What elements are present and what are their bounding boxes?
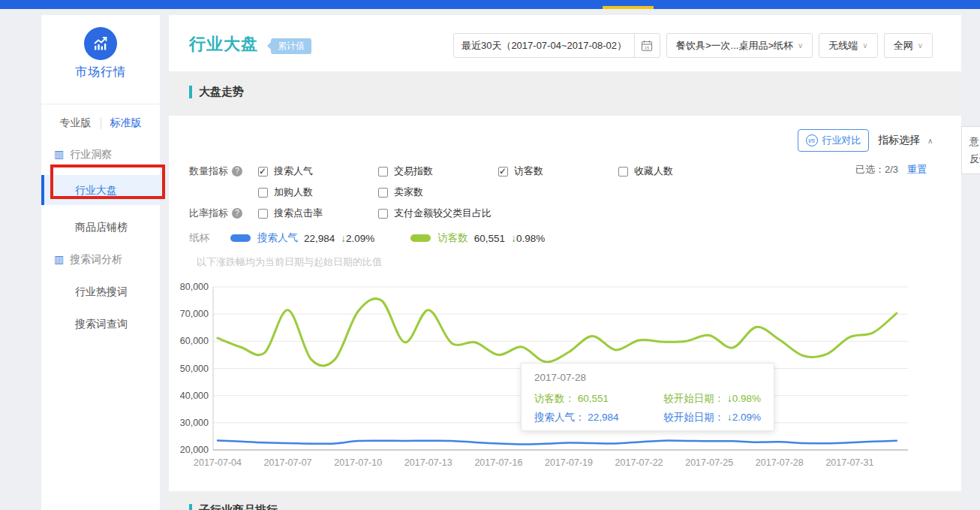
tooltip-row-search: 搜索人气： 22,984 较开始日期： ↓2.09% [534, 408, 761, 427]
section-band: 大盘走势 [169, 71, 961, 116]
top-nav-bar [0, 0, 980, 9]
checkbox-checked[interactable] [498, 167, 508, 177]
legend-swatch [410, 234, 431, 242]
metric-checkbox-item[interactable]: 卖家数 [378, 182, 498, 203]
sidebar-item-label: 行业热搜词 [75, 285, 128, 297]
top-nav-active-indicator [603, 6, 654, 9]
metric-label: 访客数 [514, 164, 543, 178]
scope-select[interactable]: 全网∨ [884, 33, 933, 58]
industry-compare-label: 行业对比 [822, 134, 861, 147]
sidebar-version-tab[interactable]: 标准版 [101, 116, 151, 130]
help-icon[interactable]: ? [232, 208, 242, 219]
quantity-metrics-label: 数量指标 ? [189, 161, 258, 182]
tooltip-row-visitors: 访客数： 60,551 较开始日期： ↓0.98% [534, 389, 761, 408]
metric-select-toggle[interactable]: 指标选择 ∧ [878, 134, 933, 147]
category-select[interactable]: 餐饮具>一次...桌用品>纸杯∨ [666, 33, 813, 58]
section-title: 大盘走势 [189, 85, 244, 99]
metric-select-label: 指标选择 [878, 134, 920, 146]
vs-icon: vs [806, 134, 818, 146]
svg-text:80,000: 80,000 [180, 282, 209, 292]
down-arrow-icon: ↓ [341, 233, 346, 244]
ratio-label-text: 比率指标 [189, 203, 228, 224]
legend-category: 纸杯 [189, 231, 209, 245]
chevron-up-icon: ∧ [927, 137, 933, 145]
page-title: 行业大盘 [189, 33, 258, 56]
sidebar-item-link[interactable]: ▥搜索词分析 [41, 243, 160, 276]
sidebar-item-label: 行业大盘 [75, 184, 117, 196]
svg-text:2017-07-16: 2017-07-16 [474, 457, 522, 468]
metric-label: 卖家数 [394, 186, 423, 199]
sidebar-item-active[interactable]: 行业大盘 [41, 175, 160, 205]
legend-item: 访客数60,551↓0.98% [410, 231, 545, 245]
selected-count-text: 已选：2/3 [855, 164, 898, 175]
checkbox-unchecked[interactable] [258, 209, 268, 219]
svg-text:2017-07-31: 2017-07-31 [825, 457, 873, 468]
sidebar-item-label: 搜索词分析 [70, 253, 122, 265]
checkbox-unchecked[interactable] [378, 188, 388, 198]
sidebar-item-link[interactable]: ▥行业洞察 [41, 138, 160, 171]
section-title-bar [189, 504, 192, 510]
reset-link[interactable]: 重置 [907, 164, 927, 175]
down-arrow-icon: ↓ [727, 412, 732, 423]
metric-label: 收藏人数 [634, 164, 673, 178]
divider [41, 104, 160, 104]
svg-text:2017-07-19: 2017-07-19 [545, 457, 593, 468]
sidebar-item-link[interactable]: 商品店铺榜 [41, 211, 160, 243]
checkbox-checked[interactable] [258, 167, 268, 177]
sidebar-item-label: 商品店铺榜 [75, 221, 128, 233]
metric-checkbox-item[interactable]: 交易指数 [378, 161, 498, 182]
metric-label: 搜索点击率 [274, 207, 323, 220]
metric-checkbox-item[interactable]: 搜索点击率 [258, 203, 378, 224]
checkbox-unchecked[interactable] [618, 167, 628, 177]
down-arrow-icon: ↓ [727, 393, 732, 404]
selected-count: 已选：2/3重置 [855, 163, 927, 177]
checkbox-unchecked[interactable] [378, 167, 388, 177]
metric-picker: 数量指标 ? 搜索人气交易指数访客数收藏人数加购人数卖家数 比率指标 ? 搜索点… [189, 161, 864, 224]
feedback-line1: 意见 [969, 133, 980, 150]
series-line-搜索人气 [218, 440, 897, 444]
svg-text:2017-07-25: 2017-07-25 [685, 457, 733, 468]
metric-checkbox-item[interactable]: 收藏人数 [618, 161, 738, 182]
checkbox-unchecked[interactable] [258, 188, 268, 198]
help-icon[interactable]: ? [232, 166, 242, 177]
metric-checkbox-item[interactable]: 搜索人气 [258, 161, 378, 182]
svg-text:2017-07-04: 2017-07-04 [194, 457, 242, 468]
quantity-metrics-row: 数量指标 ? 搜索人气交易指数访客数收藏人数加购人数卖家数 [189, 161, 864, 203]
sidebar-item-link[interactable]: 行业热搜词 [41, 276, 160, 308]
svg-text:2017-07-22: 2017-07-22 [615, 457, 663, 468]
svg-text:70,000: 70,000 [180, 309, 209, 319]
next-section-title-text: 子行业商品排行 [199, 503, 278, 510]
scope-label: 全网 [894, 34, 913, 57]
next-section-band: 子行业商品排行 [169, 491, 961, 510]
ratio-metrics-label: 比率指标 ? [189, 203, 258, 224]
sidebar-version-tab[interactable]: 专业版 [51, 116, 101, 130]
sidebar: 市场行情 专业版标准版 ▥行业洞察行业大盘商品店铺榜▥搜索词分析行业热搜词搜索词… [41, 15, 160, 510]
checkbox-unchecked[interactable] [378, 209, 388, 219]
chevron-down-icon: ∨ [798, 34, 803, 57]
series-line-访客数 [218, 299, 897, 366]
svg-text:15: 15 [645, 45, 650, 50]
date-range-select[interactable]: 最近30天（2017-07-04~2017-08-02） 15 [453, 33, 660, 58]
app-title: 市场行情 [41, 65, 160, 80]
quantity-label-text: 数量指标 [189, 161, 228, 182]
quantity-metric-grid: 搜索人气交易指数访客数收藏人数加购人数卖家数 [258, 161, 738, 203]
legend-name: 搜索人气 [257, 231, 298, 245]
sidebar-item-label: 行业洞察 [70, 148, 112, 160]
metric-label: 交易指数 [394, 164, 433, 178]
metric-checkbox-item[interactable]: 访客数 [498, 161, 618, 182]
feedback-tab[interactable]: 意见 反馈 [961, 126, 980, 174]
feedback-line2: 反馈 [969, 150, 980, 167]
header-controls: 最近30天（2017-07-04~2017-08-02） 15 餐饮具>一次..… [453, 33, 933, 58]
industry-compare-button[interactable]: vs 行业对比 [798, 129, 869, 152]
device-select[interactable]: 无线端∨ [819, 33, 877, 58]
sidebar-item-link[interactable]: 搜索词查询 [41, 308, 160, 340]
chart-tooltip: 2017-07-28 访客数： 60,551 较开始日期： ↓0.98% 搜索人… [521, 363, 774, 431]
metric-checkbox-item[interactable]: 加购人数 [258, 182, 378, 203]
svg-text:2017-07-13: 2017-07-13 [404, 457, 452, 468]
legend-value: 60,551 [474, 233, 505, 244]
metric-checkbox-item[interactable]: 支付金额较父类目占比 [378, 203, 498, 224]
ledger-icon: ▥ [54, 253, 64, 265]
ledger-icon: ▥ [54, 148, 64, 160]
date-range-label: 最近30天（2017-07-04~2017-08-02） [454, 34, 634, 57]
calendar-icon[interactable]: 15 [634, 34, 660, 57]
